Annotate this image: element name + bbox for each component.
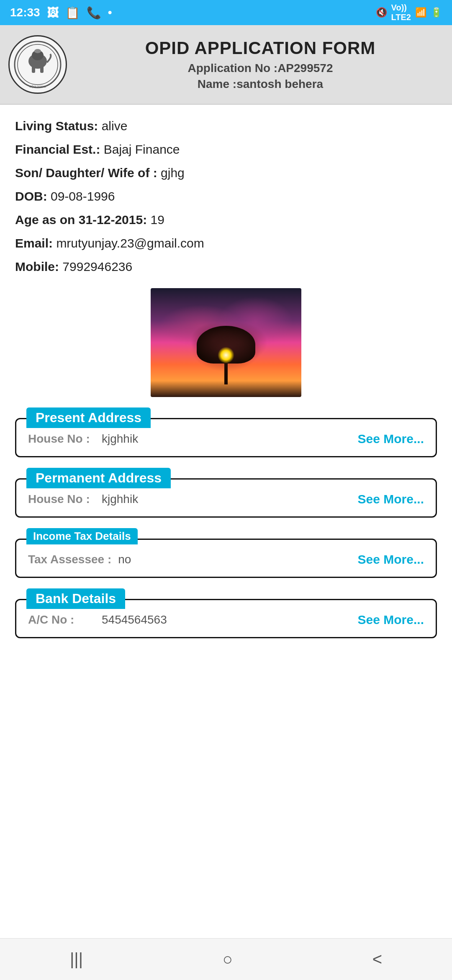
relation-value: gjhg bbox=[161, 166, 185, 180]
svg-rect-4 bbox=[32, 65, 35, 73]
vo-lte-icon: Vo))LTE2 bbox=[391, 3, 411, 22]
bottom-navigation: ||| ○ < bbox=[0, 938, 452, 980]
sun-glow bbox=[218, 347, 234, 364]
income-tax-title: Income Tax Details bbox=[26, 528, 138, 544]
form-title: OPID APPLICATION FORM bbox=[77, 38, 444, 58]
mobile-label: Mobile: bbox=[15, 260, 59, 273]
mobile-value: 7992946236 bbox=[62, 260, 132, 273]
financial-est-row: Financial Est.: Bajaj Finance bbox=[15, 141, 437, 158]
home-button[interactable]: ○ bbox=[206, 946, 249, 973]
status-right: 🔇 Vo))LTE2 📶 🔋 bbox=[376, 3, 442, 22]
financial-est-value: Bajaj Finance bbox=[104, 142, 180, 156]
permanent-address-title: Permanent Address bbox=[26, 468, 171, 488]
dob-label: DOB: bbox=[15, 189, 47, 203]
tax-assessee-label: Tax Assessee : bbox=[28, 553, 111, 566]
permanent-address-row: House No : kjghhik See More... bbox=[28, 492, 424, 506]
income-tax-see-more[interactable]: See More... bbox=[358, 552, 424, 567]
living-status-row: Living Status: alive bbox=[15, 117, 437, 135]
present-address-see-more[interactable]: See More... bbox=[358, 432, 424, 446]
application-number: Application No :AP299572 bbox=[77, 62, 444, 75]
email-row: Email: mrutyunjay.23@gmail.com bbox=[15, 235, 437, 252]
permanent-address-see-more[interactable]: See More... bbox=[358, 492, 424, 506]
status-bar: 12:33 🖼 📋 📞 • 🔇 Vo))LTE2 📶 🔋 bbox=[0, 0, 452, 25]
relation-label: Son/ Daughter/ Wife of : bbox=[15, 166, 157, 180]
svg-rect-5 bbox=[40, 65, 44, 73]
permanent-address-wrapper: Permanent Address House No : kjghhik See… bbox=[15, 478, 437, 518]
present-house-no-value: kjghhik bbox=[102, 432, 138, 446]
bank-details-row: A/C No : 5454564563 See More... bbox=[28, 613, 424, 627]
dot-icon: • bbox=[108, 6, 112, 19]
mute-icon: 🔇 bbox=[376, 7, 387, 18]
applicant-name: Name :santosh behera bbox=[77, 77, 444, 91]
personal-info-section: Living Status: alive Financial Est.: Baj… bbox=[15, 117, 437, 276]
bank-details-wrapper: Bank Details A/C No : 5454564563 See Mor… bbox=[15, 599, 437, 638]
signal-icon: 📶 bbox=[415, 7, 426, 18]
tax-assessee-value: no bbox=[118, 553, 131, 566]
present-house-no-label: House No : bbox=[28, 432, 95, 446]
emblem-svg: ଓଡ଼ିଶା ସରକାର bbox=[13, 39, 63, 90]
present-address-card: Present Address House No : kjghhik See M… bbox=[15, 418, 437, 457]
profile-image bbox=[151, 288, 301, 397]
income-tax-wrapper: Income Tax Details Tax Assessee : no See… bbox=[15, 539, 437, 578]
email-label: Email: bbox=[15, 236, 53, 250]
present-address-title: Present Address bbox=[26, 407, 151, 428]
status-left: 12:33 🖼 📋 📞 • bbox=[10, 6, 112, 20]
age-value: 19 bbox=[151, 213, 164, 227]
phone-icon: 📞 bbox=[87, 6, 101, 20]
bank-details-title: Bank Details bbox=[26, 588, 125, 609]
svg-text:ଓଡ଼ିଶା ସରକାର: ଓଡ଼ିଶା ସରକାର bbox=[29, 85, 47, 88]
svg-point-6 bbox=[34, 49, 41, 53]
present-address-row: House No : kjghhik See More... bbox=[28, 432, 424, 446]
header-text: OPID APPLICATION FORM Application No :AP… bbox=[77, 38, 444, 91]
battery-icon: 🔋 bbox=[431, 7, 442, 18]
age-label: Age as on 31-12-2015: bbox=[15, 213, 147, 227]
permanent-address-card: Permanent Address House No : kjghhik See… bbox=[15, 478, 437, 518]
photo-icon: 🖼 bbox=[47, 6, 59, 20]
permanent-house-no-label: House No : bbox=[28, 493, 95, 506]
back-button[interactable]: < bbox=[356, 946, 399, 973]
email-value: mrutyunjay.23@gmail.com bbox=[56, 236, 204, 250]
income-tax-row: Tax Assessee : no See More... bbox=[28, 552, 424, 567]
clipboard-icon: 📋 bbox=[65, 6, 80, 20]
menu-button[interactable]: ||| bbox=[53, 946, 100, 973]
cloud-right bbox=[218, 297, 293, 347]
app-header: ଓଡ଼ିଶା ସରକାର OPID APPLICATION FORM Appli… bbox=[0, 25, 452, 105]
ac-no-value: 5454564563 bbox=[102, 613, 167, 627]
age-row: Age as on 31-12-2015: 19 bbox=[15, 211, 437, 229]
present-address-wrapper: Present Address House No : kjghhik See M… bbox=[15, 418, 437, 457]
bank-details-see-more[interactable]: See More... bbox=[358, 613, 424, 627]
mobile-row: Mobile: 7992946236 bbox=[15, 258, 437, 276]
living-status-label: Living Status: bbox=[15, 119, 98, 133]
logo: ଓଡ଼ିଶା ସରକାର bbox=[8, 35, 67, 94]
living-status-value: alive bbox=[102, 119, 128, 133]
income-tax-card: Income Tax Details Tax Assessee : no See… bbox=[15, 539, 437, 578]
time-display: 12:33 bbox=[10, 6, 40, 19]
main-content: Living Status: alive Financial Est.: Baj… bbox=[0, 105, 452, 938]
dob-row: DOB: 09-08-1996 bbox=[15, 188, 437, 205]
cloud-left bbox=[159, 305, 243, 347]
ac-no-label: A/C No : bbox=[28, 613, 95, 627]
financial-est-label: Financial Est.: bbox=[15, 142, 100, 156]
permanent-house-no-value: kjghhik bbox=[102, 493, 138, 506]
bank-details-card: Bank Details A/C No : 5454564563 See Mor… bbox=[15, 599, 437, 638]
relation-row: Son/ Daughter/ Wife of : gjhg bbox=[15, 164, 437, 182]
dob-value: 09-08-1996 bbox=[51, 189, 115, 203]
profile-image-container bbox=[15, 288, 437, 397]
